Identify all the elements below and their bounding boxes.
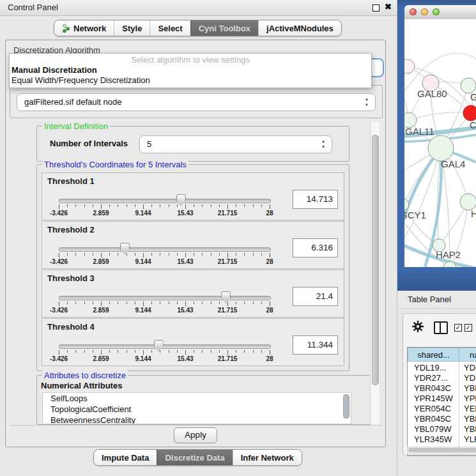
tick-mark	[109, 253, 110, 256]
numerical-attributes-list[interactable]: SelfLoopsTopologicalCoefficientBetweenne…	[42, 392, 351, 424]
gear-icon[interactable]	[411, 320, 424, 333]
float-window-icon[interactable]	[372, 4, 380, 12]
table-row[interactable]: YDL19...YDL1	[408, 363, 476, 373]
attributes-list-scrollbar[interactable]	[343, 394, 349, 418]
tick-mark	[270, 253, 270, 257]
table-row[interactable]: YBR043CYBR0	[408, 383, 476, 394]
table-data-combobox[interactable]: galFiltered.sif default node ▲▼	[17, 93, 376, 111]
tick-label: 2.859	[93, 210, 109, 217]
tick-mark	[219, 350, 220, 353]
number-of-intervals-combobox[interactable]: 5 ▲▼	[139, 135, 332, 153]
tab-cyni-toolbox[interactable]: Cyni Toolbox	[190, 20, 258, 36]
table-row[interactable]: YLR345WYLR3	[408, 434, 476, 445]
threshold-panel-4: Threshold 4-3.4262.8599.14415.4321.71528…	[42, 318, 344, 366]
close-icon[interactable]: ✖	[385, 2, 392, 12]
minimize-traffic-light-icon[interactable]	[421, 8, 428, 15]
network-canvas[interactable]: GAL80GACGAL11GAL4GCY1HHAP2	[404, 19, 476, 267]
tick-mark	[211, 204, 211, 207]
tick-mark	[253, 302, 254, 304]
algorithm-hint-option[interactable]: Select algorithm to view settings	[10, 54, 371, 65]
network-node-c[interactable]	[463, 105, 476, 121]
column-header-name[interactable]: na	[459, 348, 476, 362]
tick-mark	[67, 302, 68, 304]
network-edge[interactable]	[409, 112, 471, 120]
tick-mark	[118, 350, 118, 353]
threshold-value-field[interactable]: 11.344	[293, 335, 338, 355]
threshold-slider-track[interactable]	[59, 199, 271, 203]
tick-mark	[219, 204, 220, 207]
network-node[interactable]	[404, 59, 415, 73]
attribute-list-item[interactable]: BetweennessCentrality	[43, 415, 351, 424]
threshold-value-field[interactable]: 21.4	[293, 287, 338, 306]
tick-label: -3.426	[50, 210, 68, 217]
threshold-value-field[interactable]: 6.316	[293, 238, 338, 257]
table-row[interactable]: YER054CYER0	[408, 404, 476, 414]
table-hscrollbar-thumb[interactable]	[408, 448, 476, 452]
tick-label: 15.43	[177, 307, 193, 314]
table-hscrollbar-track[interactable]	[407, 447, 476, 454]
table-row[interactable]: YBL079WYBL0	[408, 424, 476, 434]
algorithm-option-equal-width[interactable]: Equal Width/Frequency Discretization	[10, 75, 371, 86]
attribute-list-item[interactable]: SelfLoops	[43, 393, 351, 404]
table-panel-titlebar: Table Panel	[397, 291, 476, 309]
settings-scrollbar-track[interactable]	[370, 122, 380, 425]
tick-mark	[211, 302, 211, 304]
tick-mark	[169, 204, 169, 207]
app-root: Control Panel ✖ NetworkStyleSelectCyni T…	[0, 0, 476, 476]
checkbox-icon[interactable]: ✓	[454, 324, 462, 332]
threshold-panel-3: Threshold 3-3.4262.8599.14415.4321.71528…	[42, 270, 344, 318]
attribute-list-item[interactable]: TopologicalCoefficient	[43, 404, 351, 415]
close-traffic-light-icon[interactable]	[410, 8, 417, 15]
tab-jactivemnodules[interactable]: jActiveMNodules	[258, 20, 341, 36]
tick-mark	[194, 350, 194, 353]
tick-mark	[253, 204, 254, 207]
tick-mark	[67, 350, 68, 353]
apply-button[interactable]: Apply	[174, 427, 217, 443]
bottom-tab-discretize-data[interactable]: Discretize Data	[157, 450, 232, 465]
table-panel-title: Table Panel	[408, 291, 451, 308]
tick-mark	[151, 253, 152, 256]
cell-name: YLR3	[464, 434, 476, 445]
tick-mark	[169, 350, 169, 353]
tick-label: 28	[266, 258, 273, 265]
bottom-tab-impute-data[interactable]: Impute Data	[94, 450, 157, 465]
bottom-tab-infer-network[interactable]: Infer Network	[233, 450, 302, 465]
threshold-slider-track[interactable]	[59, 344, 271, 349]
interval-definition-group: Interval Definition Number of Intervals …	[36, 126, 349, 162]
algorithm-option-manual[interactable]: Manual Discretization	[10, 65, 371, 75]
threshold-slider-track[interactable]	[59, 296, 271, 300]
cell-name: YBL0	[464, 424, 476, 434]
table-row[interactable]: YPR145WYPR1	[408, 394, 476, 404]
tick-mark	[127, 204, 127, 207]
tick-mark	[185, 253, 186, 257]
tick-mark	[135, 302, 135, 304]
tick-label: 21.715	[218, 307, 238, 314]
cell-name: YER0	[464, 404, 476, 414]
checkbox-icon[interactable]: ✓	[464, 324, 472, 332]
column-header-shared[interactable]: shared...	[408, 348, 459, 362]
attributes-group: Attributes to discretize Numerical Attri…	[36, 375, 379, 425]
split-pane-icon[interactable]	[434, 321, 448, 334]
threshold-value-field[interactable]: 14.713	[293, 190, 338, 209]
cell-name: YDR2	[464, 373, 476, 383]
tab-label: Select	[158, 24, 182, 33]
tick-mark	[219, 302, 220, 304]
table-panel-card: ✓ ✓ shared... na YDL19...YDL1YDR27...YDR…	[403, 313, 476, 456]
tick-mark	[244, 253, 245, 256]
slider-tick-labels: -3.4262.8599.14415.4321.71528	[59, 210, 270, 217]
settings-scrollbar-thumb[interactable]	[372, 135, 379, 385]
tab-style[interactable]: Style	[114, 20, 150, 36]
cell-shared-name: YBR045C	[414, 414, 451, 424]
tab-network[interactable]: Network	[54, 20, 114, 36]
tick-mark	[135, 350, 135, 353]
tab-select[interactable]: Select	[150, 20, 190, 36]
zoom-traffic-light-icon[interactable]	[433, 8, 440, 15]
tick-mark	[211, 253, 211, 256]
network-window-titlebar[interactable]	[404, 5, 476, 20]
tick-mark	[227, 350, 228, 355]
threshold-slider-track[interactable]	[59, 247, 271, 252]
network-node-gal4[interactable]	[428, 135, 454, 161]
tick-mark	[261, 350, 262, 353]
table-row[interactable]: YBR045CYBR0	[408, 414, 476, 424]
table-row[interactable]: YDR27...YDR2	[408, 373, 476, 383]
